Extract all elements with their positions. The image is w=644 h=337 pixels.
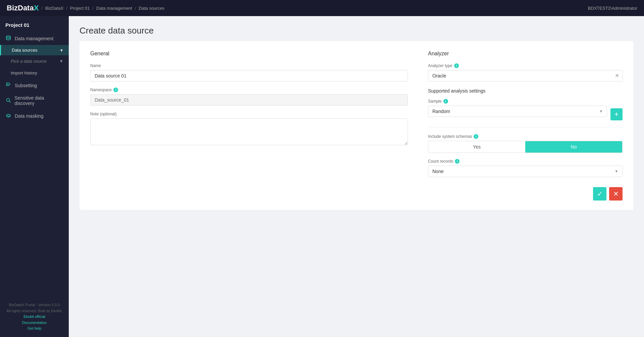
namespace-label-text: Namespace [90,88,112,92]
count-records-info-icon[interactable]: i [455,159,460,164]
ekobit-official-link[interactable]: Ekobit official [5,314,63,320]
svg-line-2 [9,101,10,102]
get-help-link[interactable]: Get help [5,326,63,332]
sidebar-item-data-sources[interactable]: Data sources ▼ [0,45,69,55]
analyzer-title: Analyzer [428,51,623,57]
name-label: Name [90,63,408,68]
analyzer-type-label-text: Analyzer type [428,63,452,68]
analyzer-type-info-icon[interactable]: i [454,63,459,68]
sidebar-item-pick-data-source[interactable]: Pick a data source ▼ [0,55,69,67]
breadcrumb-area: BizDataX / BizDataX / Project 01 / Data … [7,4,164,12]
namespace-info-icon[interactable]: i [113,88,118,92]
no-toggle-button[interactable]: No [525,141,622,153]
include-system-schemas-label-text: Include system schemas [428,134,472,139]
svg-point-4 [7,115,8,116]
analyzer-section: Analyzer Analyzer type i ✕ Supported ana… [428,51,623,201]
breadcrumb-data-sources[interactable]: Data sources [139,6,165,11]
include-system-schemas-info-icon[interactable]: i [474,134,478,139]
import-history-label: Import history [11,70,37,75]
count-records-group: Count records i None Approximate Exact ▼ [428,159,623,177]
divider [428,127,623,127]
pick-data-source-label: Pick a data source [11,59,47,64]
yes-toggle-button[interactable]: Yes [428,141,525,153]
note-textarea[interactable] [90,118,408,145]
form-card: General Name Namespace i No [79,41,633,210]
logo-name: BizData [7,4,34,12]
confirm-button[interactable]: ✓ [593,187,606,201]
count-records-select-wrap: None Approximate Exact ▼ [428,166,623,177]
cancel-button[interactable]: ✕ [609,187,623,201]
page-header: Create data source [69,16,644,41]
logo: BizDataX [7,4,39,12]
name-input[interactable] [90,70,408,81]
count-records-label: Count records i [428,159,623,164]
version-text: BizDataX Portal - Version 5.0.0 [5,302,63,308]
include-system-schemas-label: Include system schemas i [428,134,623,139]
sidebar-data-management-label: Data management [15,36,53,41]
general-title: General [90,51,408,57]
analysis-settings-title: Supported analysis settings [428,88,623,94]
logo-x: X [34,4,39,12]
svg-point-0 [6,36,10,37]
rights-text: All rights reserved. Built by Ekobit. [5,308,63,314]
breadcrumb-project[interactable]: Project 01 [70,6,90,11]
sidebar-footer: BizDataX Portal - Version 5.0.0 All righ… [0,297,69,337]
namespace-input [90,94,408,106]
sidebar-project-title: Project 01 [0,16,69,32]
namespace-group: Namespace i [90,88,408,106]
add-sample-button[interactable]: + [610,108,623,120]
data-masking-label: Data masking [15,113,44,119]
include-system-schemas-toggle: Yes No [428,141,623,153]
count-records-label-text: Count records [428,159,453,164]
note-label-text: Note (optional) [90,112,117,116]
subsetting-label: Subsetting [15,83,37,88]
name-label-text: Name [90,63,101,68]
sidebar-item-subsetting[interactable]: Subsetting [0,79,69,92]
general-section: General Name Namespace i No [90,51,408,201]
sample-group: Sample i Random First N rows Last N rows… [428,99,623,120]
sidebar-data-sources-label: Data sources [12,48,38,53]
puzzle-icon [5,82,11,89]
search-icon [5,98,11,104]
sample-label: Sample i [428,99,623,104]
analyzer-type-group: Analyzer type i ✕ [428,63,623,81]
chevron-icon: ▼ [60,48,63,52]
main-layout: Project 01 Data management Data sources … [0,16,644,337]
breadcrumb-bizdatax[interactable]: BizDataX [45,6,63,11]
analyzer-type-clear-button[interactable]: ✕ [615,73,619,78]
name-group: Name [90,63,408,81]
namespace-label: Namespace i [90,88,408,92]
analyzer-type-label: Analyzer type i [428,63,623,68]
sample-label-text: Sample [428,99,442,104]
sample-select[interactable]: Random First N rows Last N rows All [428,106,607,117]
documentation-link[interactable]: Documentation [5,320,63,326]
breadcrumb-data-management[interactable]: Data management [96,6,132,11]
svg-point-5 [9,115,10,116]
top-nav: BizDataX / BizDataX / Project 01 / Data … [0,0,644,16]
action-row: ✓ ✕ [428,187,623,201]
sample-select-wrap: Random First N rows Last N rows All ▼ [428,106,607,117]
include-system-schemas-group: Include system schemas i Yes No [428,134,623,153]
sample-info-icon[interactable]: i [443,99,448,104]
dropdown-arrow-icon: ▼ [59,59,63,64]
sensitive-data-label: Sensitive data discovery [14,95,63,106]
note-group: Note (optional) [90,112,408,146]
count-records-select[interactable]: None Approximate Exact [428,166,623,177]
database-icon [5,35,11,42]
sidebar-item-data-masking[interactable]: Data masking [0,109,69,122]
page-title: Create data source [79,25,633,36]
user-info: BDXTEST2\Administrator [588,6,637,11]
sidebar-data-sources-group: Data sources ▼ Pick a data source ▼ Impo… [0,45,69,79]
note-label: Note (optional) [90,112,408,116]
sidebar-item-sensitive-data-discovery[interactable]: Sensitive data discovery [0,92,69,109]
sidebar: Project 01 Data management Data sources … [0,16,69,337]
analyzer-type-input[interactable] [428,70,623,81]
mask-icon [5,113,11,119]
logo-text: BizDataX [7,4,39,12]
analyzer-type-input-wrap: ✕ [428,70,623,81]
sidebar-item-import-history[interactable]: Import history [0,67,69,79]
sidebar-item-data-management[interactable]: Data management [0,32,69,45]
content-area: Create data source General Name Namespac… [69,16,644,337]
